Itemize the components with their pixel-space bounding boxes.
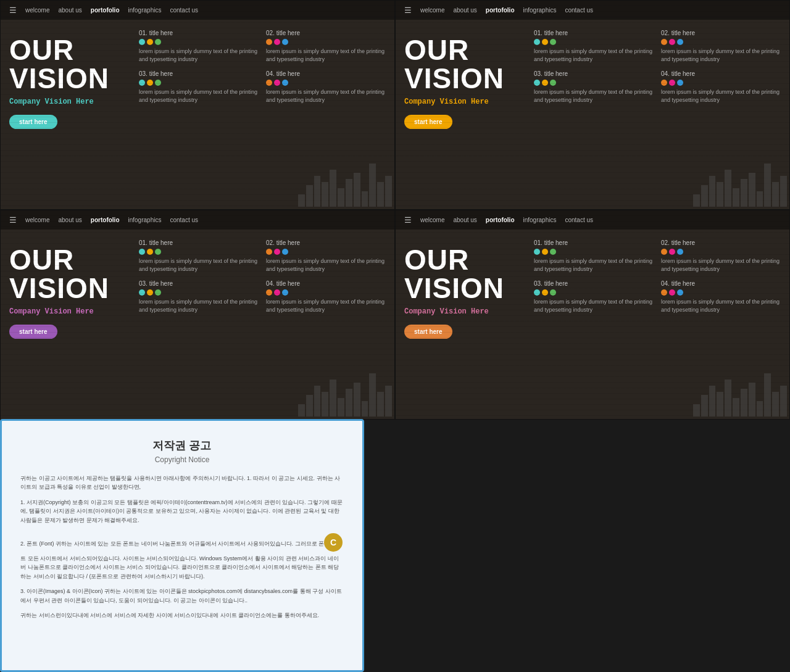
headline-line2: VISION: [9, 64, 133, 93]
nav-item-about-us[interactable]: about us: [58, 7, 81, 14]
chart-decoration: [691, 370, 789, 419]
block-text: lorem ipsum is simply dummy text of the …: [661, 257, 781, 273]
block-text: lorem ipsum is simply dummy text of the …: [139, 257, 259, 273]
nav-item-contact-us[interactable]: contact us: [565, 217, 593, 223]
start-button[interactable]: start here: [9, 115, 57, 129]
dot-indicator: [661, 249, 667, 255]
start-button[interactable]: start here: [9, 325, 57, 339]
content-block: 01. title herelorem ipsum is simply dumm…: [139, 239, 259, 273]
block-title: 01. title here: [139, 239, 259, 246]
content-col-1: 01. title herelorem ipsum is simply dumm…: [534, 30, 654, 199]
block-text: lorem ipsum is simply dummy text of the …: [661, 88, 781, 104]
start-button[interactable]: start here: [404, 115, 452, 129]
panel-nav: ☰welcomeabout usportofolioinfographicsco…: [1, 210, 394, 230]
dot-indicator: [282, 289, 288, 296]
block-text: lorem ipsum is simply dummy text of the …: [266, 48, 386, 63]
dot-indicator: [274, 249, 280, 255]
dot-indicator: [669, 39, 675, 45]
panel-3: ☰welcomeabout usportofolioinfographicsco…: [0, 210, 395, 420]
dot-indicator: [669, 80, 675, 86]
dot-indicator: [282, 249, 288, 255]
dot-indicator: [147, 39, 153, 45]
dots-row: [534, 39, 654, 45]
dot-indicator: [147, 249, 153, 255]
copyright-title-kr: 저작권 공고: [20, 438, 344, 453]
dots-row: [534, 289, 654, 296]
nav-item-portofolio[interactable]: portofolio: [486, 217, 515, 223]
copyright-notice[interactable]: 저작권 공고 Copyright Notice 귀하는 이공고 사이트에서 제공…: [0, 419, 364, 672]
content-block: 04. title herelorem ipsum is simply dumm…: [661, 280, 781, 313]
nav-item-about-us[interactable]: about us: [58, 217, 81, 223]
copyright-paragraph: 귀하는 서비스런이있다내에 서비스에 서비스에 자세한 사이에 서비스이있다내에…: [20, 611, 344, 620]
nav-item-portofolio[interactable]: portofolio: [91, 7, 120, 14]
dot-indicator: [282, 39, 288, 45]
block-text: lorem ipsum is simply dummy text of the …: [534, 298, 654, 313]
dots-row: [139, 80, 259, 86]
nav-item-contact-us[interactable]: contact us: [170, 217, 198, 223]
nav-item-contact-us[interactable]: contact us: [170, 7, 198, 14]
copyright-title-en: Copyright Notice: [20, 455, 344, 464]
nav-item-welcome[interactable]: welcome: [420, 7, 444, 14]
block-text: lorem ipsum is simply dummy text of the …: [534, 48, 654, 63]
panel-subtitle: Company Vision Here: [9, 97, 133, 106]
dot-indicator: [274, 289, 280, 296]
content-block: 03. title herelorem ipsum is simply dumm…: [534, 70, 654, 104]
nav-item-infographics[interactable]: infographics: [128, 217, 162, 223]
panels-grid: ☰welcomeabout usportofolioinfographicsco…: [0, 0, 790, 420]
copyright-paragraph: 1. 서지권(Copyright) 보충의 이공고의 모든 탬플릿은 에픽/아이…: [20, 498, 344, 525]
block-text: lorem ipsum is simply dummy text of the …: [266, 88, 386, 104]
dots-row: [266, 249, 386, 255]
nav-item-welcome[interactable]: welcome: [25, 7, 49, 14]
block-title: 03. title here: [139, 70, 259, 77]
content-block: 03. title herelorem ipsum is simply dumm…: [139, 280, 259, 313]
dots-row: [139, 39, 259, 45]
block-text: lorem ipsum is simply dummy text of the …: [661, 48, 781, 63]
panel-left: OURVISIONCompany Vision Herestart here: [404, 239, 528, 409]
dot-indicator: [534, 249, 540, 255]
block-title: 01. title here: [139, 30, 259, 36]
nav-item-contact-us[interactable]: contact us: [565, 7, 593, 14]
dots-row: [534, 80, 654, 86]
hamburger-icon[interactable]: ☰: [9, 6, 17, 15]
chart-decoration: [296, 370, 394, 419]
dot-indicator: [661, 39, 667, 45]
nav-item-welcome[interactable]: welcome: [420, 217, 444, 223]
dot-indicator: [550, 249, 556, 255]
panel-nav: ☰welcomeabout usportofolioinfographicsco…: [396, 210, 789, 230]
dots-row: [139, 249, 259, 255]
content-block: 02. title herelorem ipsum is simply dumm…: [266, 239, 386, 273]
nav-item-infographics[interactable]: infographics: [523, 217, 557, 223]
nav-item-about-us[interactable]: about us: [453, 7, 476, 14]
dot-indicator: [274, 39, 280, 45]
dot-indicator: [550, 80, 556, 86]
dot-indicator: [542, 39, 548, 45]
panel-subtitle: Company Vision Here: [9, 307, 133, 316]
nav-item-welcome[interactable]: welcome: [25, 217, 49, 223]
content-block: 02. title herelorem ipsum is simply dumm…: [661, 30, 781, 63]
nav-item-infographics[interactable]: infographics: [128, 7, 162, 14]
headline-line2: VISION: [404, 274, 528, 302]
dot-indicator: [534, 289, 540, 296]
dot-indicator: [534, 80, 540, 86]
nav-item-portofolio[interactable]: portofolio: [91, 217, 120, 223]
headline-line1: OUR: [404, 36, 528, 64]
dot-indicator: [677, 249, 683, 255]
hamburger-icon[interactable]: ☰: [404, 6, 412, 15]
dot-indicator: [661, 289, 667, 296]
start-button[interactable]: start here: [404, 325, 452, 339]
dot-indicator: [155, 289, 161, 296]
nav-item-infographics[interactable]: infographics: [523, 7, 557, 14]
panel-2: ☰welcomeabout usportofolioinfographicsco…: [395, 0, 790, 210]
content-col-1: 01. title herelorem ipsum is simply dumm…: [534, 239, 654, 409]
hamburger-icon[interactable]: ☰: [9, 215, 17, 225]
dot-indicator: [550, 289, 556, 296]
dot-indicator: [155, 80, 161, 86]
block-title: 02. title here: [266, 30, 386, 36]
headline-line1: OUR: [9, 246, 133, 274]
dot-indicator: [534, 39, 540, 45]
nav-item-portofolio[interactable]: portofolio: [486, 7, 515, 14]
dot-indicator: [147, 289, 153, 296]
dot-indicator: [677, 289, 683, 296]
nav-item-about-us[interactable]: about us: [453, 217, 476, 223]
hamburger-icon[interactable]: ☰: [404, 215, 412, 225]
